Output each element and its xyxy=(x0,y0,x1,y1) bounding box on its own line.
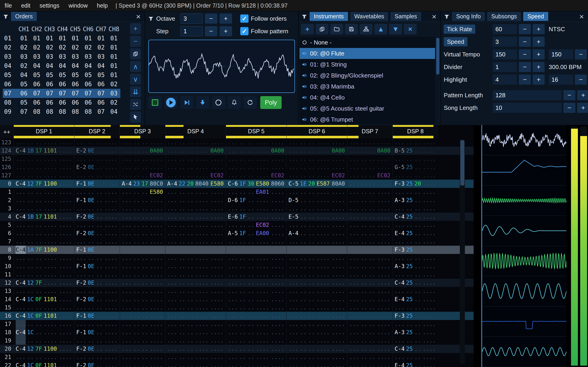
pattern-cell[interactable]: ............... xyxy=(226,353,286,361)
pattern-cell[interactable]: E-20E...... xyxy=(74,163,120,171)
pattern-cell[interactable]: B-525...... xyxy=(393,147,438,155)
pattern-cell[interactable]: E-425...... xyxy=(393,295,438,303)
pattern-cell[interactable]: ............... xyxy=(226,361,286,367)
pattern-row-number[interactable]: 0 xyxy=(0,180,14,188)
pattern-cell[interactable]: ............... xyxy=(165,361,226,367)
pattern-cell[interactable]: F-10E...... xyxy=(74,246,120,254)
pattern-cell[interactable]: C-41B171101.... xyxy=(14,147,74,155)
pattern-row-number[interactable]: 123 xyxy=(0,138,14,147)
menu-item-window[interactable]: window xyxy=(64,0,92,11)
pattern-cell[interactable]: C-4127F1100.... xyxy=(14,345,74,353)
follow-pattern-checkbox[interactable]: ✓ xyxy=(240,27,249,35)
pattern-cell[interactable]: ........... xyxy=(120,246,165,254)
pattern-cell[interactable]: ........... xyxy=(347,204,393,213)
pattern-cell[interactable]: F-10E...... xyxy=(74,328,120,336)
pattern-cell[interactable]: ........... xyxy=(120,279,165,287)
order-cell[interactable]: 01 xyxy=(107,52,120,61)
divider-decrease-button[interactable]: − xyxy=(519,62,531,72)
pattern-row-number[interactable]: 19 xyxy=(0,336,14,345)
pattern-cell[interactable]: ............... xyxy=(14,270,74,279)
order-cell[interactable]: 07 xyxy=(17,107,30,116)
pattern-cell[interactable]: ............... xyxy=(226,279,286,287)
pattern-cell[interactable]: ........... xyxy=(393,270,438,279)
speed-increase-button[interactable]: + xyxy=(533,37,545,47)
pattern-cell[interactable]: C-41B171101.... xyxy=(14,213,74,221)
pattern-cell[interactable]: ............... xyxy=(226,163,286,171)
order-cell[interactable]: 03 xyxy=(43,52,56,61)
order-cell[interactable]: 02 xyxy=(30,43,43,52)
pattern-cell[interactable]: ............... xyxy=(14,163,74,171)
pattern-cell[interactable]: ............... xyxy=(226,287,286,295)
pattern-cell[interactable]: ........... xyxy=(347,303,393,312)
pattern-cell[interactable]: ........... xyxy=(393,204,438,213)
pattern-cell[interactable]: ........... xyxy=(347,155,393,163)
open-instrument-icon[interactable] xyxy=(330,24,343,34)
pattern-cell[interactable]: ........... xyxy=(347,328,393,336)
pattern-cell[interactable]: ............... xyxy=(286,353,347,361)
order-cell[interactable]: 05 xyxy=(82,70,95,80)
pattern-cell[interactable]: ............... xyxy=(226,295,286,303)
order-cell[interactable]: 03 xyxy=(30,52,43,61)
order-cell[interactable]: 08 xyxy=(69,107,82,116)
pattern-cell[interactable]: F-10E...... xyxy=(74,262,120,270)
pattern-cell[interactable]: ........... xyxy=(347,353,393,361)
pattern-cell[interactable]: ........... xyxy=(74,353,120,361)
pattern-row-number[interactable]: 15 xyxy=(0,303,14,312)
instruments-close-icon[interactable]: × xyxy=(431,13,438,20)
pattern-cell[interactable]: ........... xyxy=(74,221,120,229)
pattern-cell[interactable]: ........... xyxy=(347,254,393,262)
order-cell[interactable]: 07 xyxy=(69,89,82,98)
pattern-cell[interactable]: ........... xyxy=(347,180,393,188)
order-cell[interactable]: 01 xyxy=(43,34,56,43)
pattern-cell[interactable]: ............... xyxy=(286,320,347,328)
pattern-cell[interactable]: ........... xyxy=(120,213,165,221)
pattern-cell[interactable]: ........... xyxy=(347,138,393,147)
window-menu-icon[interactable] xyxy=(444,14,450,19)
pattern-cell[interactable]: ............... xyxy=(226,345,286,353)
follow-orders-checkbox[interactable]: ✓ xyxy=(240,15,249,23)
divider-increase-button[interactable]: + xyxy=(533,62,545,72)
order-row-number[interactable]: 07 xyxy=(3,89,17,98)
order-cell[interactable]: 01 xyxy=(69,34,82,43)
add-effect-column-buttons[interactable]: ++ xyxy=(0,125,14,138)
pattern-cell[interactable]: ........... xyxy=(120,221,165,229)
pattern-cell[interactable]: ............... xyxy=(165,345,226,353)
pattern-cell[interactable]: F-10E...... xyxy=(74,196,120,204)
pattern-cell[interactable]: ........... xyxy=(120,196,165,204)
instrument-list-scrollbar[interactable] xyxy=(436,37,440,124)
pattern-cell[interactable]: ........... xyxy=(347,320,393,328)
pattern-cell[interactable]: ........... xyxy=(347,213,393,221)
highlight-first-input[interactable]: 4 xyxy=(493,75,517,85)
tab-instruments[interactable]: Instruments xyxy=(310,12,348,21)
pattern-cell[interactable]: A-325...... xyxy=(393,196,438,204)
order-cell[interactable]: 04 xyxy=(107,107,120,116)
pattern-cell[interactable]: ...........0A00 xyxy=(226,147,286,155)
pattern-cell[interactable]: ............... xyxy=(165,279,226,287)
pattern-cell[interactable]: ........... xyxy=(74,138,120,147)
order-cell[interactable]: 01 xyxy=(95,34,107,43)
instrument-organize-icon[interactable] xyxy=(360,24,372,34)
pattern-row-number[interactable]: 5 xyxy=(0,221,14,229)
pattern-cell[interactable]: ........... xyxy=(393,353,438,361)
order-cell[interactable]: 06 xyxy=(69,98,82,107)
pattern-cell[interactable]: ............... xyxy=(226,254,286,262)
pattern-cell[interactable]: ............... xyxy=(165,163,226,171)
pattern-cell[interactable]: ............... xyxy=(226,328,286,336)
order-cell[interactable]: 03 xyxy=(95,52,107,61)
channel-header-dsp-7[interactable]: DSP 7 xyxy=(347,125,393,138)
pattern-cell[interactable]: ............... xyxy=(165,295,226,303)
order-cell[interactable]: 05 xyxy=(56,70,69,80)
hl1-increase-button[interactable]: + xyxy=(533,75,545,85)
pattern-cell[interactable]: ............... xyxy=(286,262,347,270)
speed-button[interactable]: Speed xyxy=(444,37,467,46)
pattern-cell[interactable]: ............... xyxy=(226,270,286,279)
order-cell[interactable]: 03 xyxy=(107,89,120,98)
pattern-row-number[interactable]: 12 xyxy=(0,279,14,287)
pattern-cell[interactable]: ........... xyxy=(393,320,438,328)
pattern-cell[interactable]: G-525...... xyxy=(393,163,438,171)
pattern-cell[interactable]: ...........0A00 xyxy=(286,147,347,155)
pattern-cell[interactable]: ............... xyxy=(286,188,347,196)
pattern-cell[interactable]: ........... xyxy=(347,221,393,229)
song-close-icon[interactable]: × xyxy=(578,13,585,20)
order-cell[interactable]: 08 xyxy=(82,107,95,116)
